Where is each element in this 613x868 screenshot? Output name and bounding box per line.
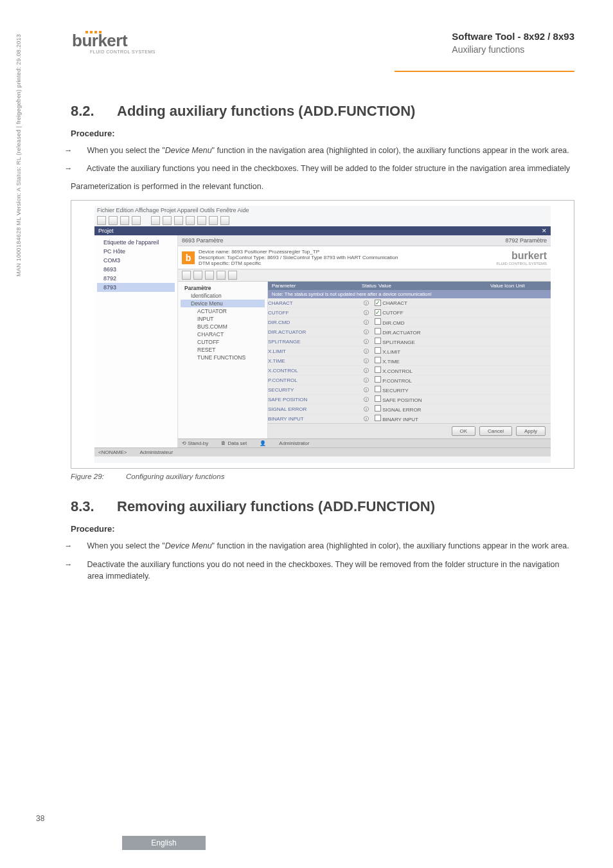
- tree-item[interactable]: INPUT: [181, 315, 265, 323]
- checkbox[interactable]: [375, 300, 381, 306]
- tree-node[interactable]: PC Hôte: [97, 247, 175, 256]
- param-name: DIR.CMD: [268, 320, 358, 325]
- toolbar-icon[interactable]: [205, 271, 214, 280]
- status-icon: ⓘ: [358, 357, 375, 365]
- parameter-row[interactable]: BINARY INPUTⓘ BINARY INPUT: [268, 414, 551, 423]
- toolbar-icon[interactable]: [197, 216, 206, 225]
- status-icon: ⓘ: [358, 300, 375, 307]
- param-value[interactable]: SAFE POSITION: [375, 395, 486, 403]
- checkbox[interactable]: [375, 318, 381, 325]
- param-value[interactable]: X.LIMIT: [375, 347, 486, 355]
- tab[interactable]: 8693 Paramètre: [182, 237, 224, 244]
- parameter-tree[interactable]: Paramètre Identification Device Menu ACT…: [178, 282, 268, 439]
- tree-item[interactable]: TUNE FUNCTIONS: [181, 354, 265, 361]
- checkbox[interactable]: [375, 357, 381, 363]
- param-value[interactable]: DIR.CMD: [375, 318, 486, 326]
- tree-node[interactable]: COM3: [97, 256, 175, 265]
- tree-item[interactable]: Paramètre: [181, 284, 265, 292]
- parameter-row[interactable]: DIR.CMDⓘ DIR.CMD: [268, 318, 551, 327]
- param-value[interactable]: SECURITY: [375, 386, 486, 393]
- accent-rule: [395, 71, 574, 72]
- param-value[interactable]: DIR.ACTUATOR: [375, 328, 486, 336]
- toolbar-icon[interactable]: [182, 271, 191, 280]
- param-name: SPLITRANGE: [268, 339, 358, 345]
- param-value[interactable]: BINARY INPUT: [375, 415, 486, 422]
- param-value[interactable]: X.CONTROL: [375, 366, 486, 374]
- checkbox[interactable]: [375, 328, 381, 334]
- toolbar-icon[interactable]: [97, 216, 106, 225]
- checkbox[interactable]: [375, 405, 381, 411]
- app-menubar[interactable]: Fichier Edition Affichage Projet Apparei…: [94, 206, 551, 215]
- tab[interactable]: 8792 Paramètre: [505, 237, 547, 244]
- tree-node[interactable]: Etiquette de l'appareil: [97, 238, 175, 247]
- parameter-row[interactable]: SAFE POSITIONⓘ SAFE POSITION: [268, 395, 551, 404]
- tree-item[interactable]: Identification: [181, 292, 265, 300]
- ok-button[interactable]: OK: [452, 426, 476, 436]
- param-value[interactable]: CUTOFF: [375, 309, 486, 316]
- checkbox[interactable]: [375, 395, 381, 402]
- param-name: DIR.ACTUATOR: [268, 329, 358, 335]
- tree-item[interactable]: ACTUATOR: [181, 307, 265, 315]
- tree-item-selected[interactable]: Device Menu: [181, 300, 265, 307]
- mini-toolbar[interactable]: [178, 269, 551, 282]
- parameter-row[interactable]: X.CONTROLⓘ X.CONTROL: [268, 366, 551, 375]
- status-bar: ⟲ Stand-by 🗎 Data set 👤 Administrator: [178, 439, 551, 448]
- tree-item[interactable]: RESET: [181, 346, 265, 354]
- apply-button[interactable]: Apply: [516, 426, 546, 436]
- toolbar-icon[interactable]: [174, 216, 183, 225]
- param-value[interactable]: P.CONTROL: [375, 376, 486, 384]
- param-name: CHARACT: [268, 300, 358, 306]
- parameter-row[interactable]: CUTOFFⓘ CUTOFF: [268, 308, 551, 318]
- param-value[interactable]: SPLITRANGE: [375, 338, 486, 345]
- toolbar-icon[interactable]: [217, 271, 226, 280]
- doc-subtitle: Auxiliary functions: [452, 44, 574, 55]
- parameter-row[interactable]: X.LIMITⓘ X.LIMIT: [268, 347, 551, 356]
- checkbox[interactable]: [375, 386, 381, 392]
- pin-icon[interactable]: ✕: [542, 228, 547, 234]
- checkbox[interactable]: [375, 366, 381, 373]
- parameter-row[interactable]: CHARACTⓘ CHARACT: [268, 298, 551, 308]
- tree-item[interactable]: BUS.COMM: [181, 323, 265, 330]
- project-tree[interactable]: Etiquette de l'appareil PC Hôte COM3 869…: [94, 235, 178, 448]
- para-8-2-3: Parameterization is performed in the rel…: [71, 181, 574, 192]
- tab-bar[interactable]: 8693 Paramètre 8792 Paramètre: [178, 235, 551, 246]
- tree-node[interactable]: 8793: [97, 283, 175, 292]
- parameter-row[interactable]: X.TIMEⓘ X.TIME: [268, 356, 551, 366]
- toolbar-icon[interactable]: [120, 216, 129, 225]
- toolbar-icon[interactable]: [209, 216, 218, 225]
- parameter-row[interactable]: SPLITRANGEⓘ SPLITRANGE: [268, 337, 551, 347]
- param-value[interactable]: SIGNAL ERROR: [375, 405, 486, 413]
- toolbar-icon[interactable]: [163, 216, 172, 225]
- cancel-button[interactable]: Cancel: [479, 426, 512, 436]
- notice-bar: Note: The status symbol is not updated h…: [268, 290, 551, 298]
- toolbar-icon[interactable]: [151, 216, 160, 225]
- parameter-row[interactable]: DIR.ACTUATORⓘ DIR.ACTUATOR: [268, 327, 551, 337]
- toolbar-icon[interactable]: [220, 216, 229, 225]
- parameter-row[interactable]: SIGNAL ERRORⓘ SIGNAL ERROR: [268, 404, 551, 414]
- param-value[interactable]: X.TIME: [375, 357, 486, 365]
- tree-node[interactable]: 8792: [97, 274, 175, 283]
- parameter-row[interactable]: P.CONTROLⓘ P.CONTROL: [268, 375, 551, 385]
- brand-text: burkert: [72, 33, 155, 48]
- project-bar: Projet ✕: [94, 226, 551, 235]
- checkbox[interactable]: [375, 347, 381, 354]
- arrow-icon: →: [76, 145, 85, 156]
- toolbar-icon[interactable]: [228, 271, 237, 280]
- parameter-row[interactable]: SECURITYⓘ SECURITY: [268, 385, 551, 395]
- app-toolbar[interactable]: [94, 215, 551, 226]
- toolbar-icon[interactable]: [132, 216, 141, 225]
- checkbox[interactable]: [375, 338, 381, 344]
- tree-item[interactable]: CUTOFF: [181, 338, 265, 346]
- toolbar-icon[interactable]: [186, 216, 195, 225]
- tree-node[interactable]: 8693: [97, 265, 175, 274]
- param-name: X.CONTROL: [268, 368, 358, 374]
- status-icon: ⓘ: [358, 386, 375, 393]
- checkbox[interactable]: [375, 376, 381, 383]
- checkbox[interactable]: [375, 309, 381, 316]
- checkbox[interactable]: [375, 415, 381, 421]
- toolbar-icon[interactable]: [109, 216, 118, 225]
- toolbar-icon[interactable]: [193, 271, 202, 280]
- procedure-label: Procedure:: [71, 129, 574, 138]
- param-value[interactable]: CHARACT: [375, 300, 486, 306]
- tree-item[interactable]: CHARACT: [181, 330, 265, 338]
